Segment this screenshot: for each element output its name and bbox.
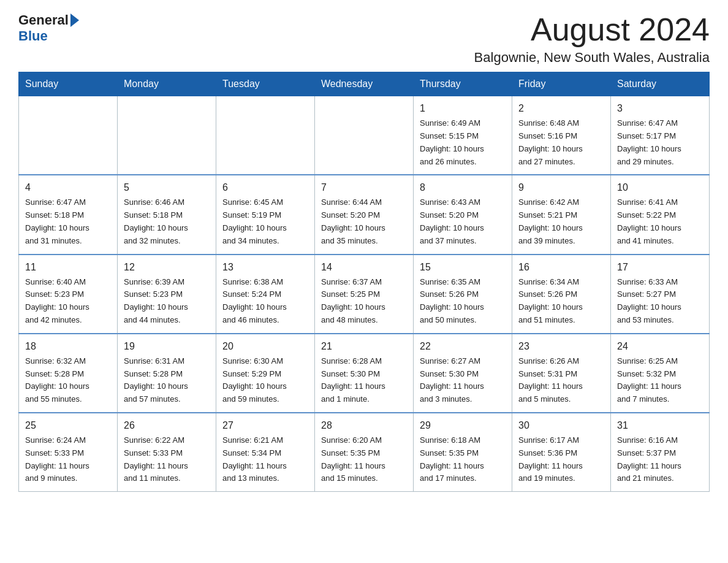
calendar-day-cell: [118, 96, 216, 175]
day-number: 4: [25, 180, 111, 195]
calendar-day-cell: 26Sunrise: 6:22 AMSunset: 5:33 PMDayligh…: [118, 413, 216, 492]
day-info: Sunrise: 6:21 AMSunset: 5:34 PMDaylight:…: [222, 434, 308, 485]
day-number: 30: [518, 418, 604, 433]
calendar-day-cell: 13Sunrise: 6:38 AMSunset: 5:24 PMDayligh…: [216, 255, 315, 334]
calendar-day-cell: 5Sunrise: 6:46 AMSunset: 5:18 PMDaylight…: [118, 175, 216, 254]
day-number: 9: [518, 180, 604, 195]
day-number: 18: [25, 339, 111, 354]
calendar-day-cell: 9Sunrise: 6:42 AMSunset: 5:21 PMDaylight…: [512, 175, 611, 254]
day-info: Sunrise: 6:41 AMSunset: 5:22 PMDaylight:…: [617, 196, 703, 247]
day-info: Sunrise: 6:33 AMSunset: 5:27 PMDaylight:…: [617, 276, 703, 327]
day-info: Sunrise: 6:34 AMSunset: 5:26 PMDaylight:…: [518, 276, 604, 327]
day-number: 1: [420, 101, 506, 116]
calendar-day-cell: 28Sunrise: 6:20 AMSunset: 5:35 PMDayligh…: [315, 413, 414, 492]
day-number: 10: [617, 180, 703, 195]
day-info: Sunrise: 6:49 AMSunset: 5:15 PMDaylight:…: [420, 117, 506, 168]
calendar-day-cell: 29Sunrise: 6:18 AMSunset: 5:35 PMDayligh…: [414, 413, 512, 492]
logo-triangle-icon: [70, 13, 79, 27]
calendar-header-row: SundayMondayTuesdayWednesdayThursdayFrid…: [19, 72, 710, 96]
day-info: Sunrise: 6:37 AMSunset: 5:25 PMDaylight:…: [321, 276, 407, 327]
calendar-day-cell: 15Sunrise: 6:35 AMSunset: 5:26 PMDayligh…: [414, 255, 512, 334]
day-info: Sunrise: 6:35 AMSunset: 5:26 PMDaylight:…: [420, 276, 506, 327]
calendar-day-cell: 11Sunrise: 6:40 AMSunset: 5:23 PMDayligh…: [19, 255, 118, 334]
calendar-day-cell: 2Sunrise: 6:48 AMSunset: 5:16 PMDaylight…: [512, 96, 611, 175]
day-info: Sunrise: 6:47 AMSunset: 5:17 PMDaylight:…: [617, 117, 703, 168]
calendar-day-cell: 25Sunrise: 6:24 AMSunset: 5:33 PMDayligh…: [19, 413, 118, 492]
day-info: Sunrise: 6:24 AMSunset: 5:33 PMDaylight:…: [25, 434, 111, 485]
day-info: Sunrise: 6:43 AMSunset: 5:20 PMDaylight:…: [420, 196, 506, 247]
location-title: Balgownie, New South Wales, Australia: [474, 50, 710, 66]
day-info: Sunrise: 6:42 AMSunset: 5:21 PMDaylight:…: [518, 196, 604, 247]
calendar-day-cell: 23Sunrise: 6:26 AMSunset: 5:31 PMDayligh…: [512, 334, 611, 413]
calendar-week-row: 25Sunrise: 6:24 AMSunset: 5:33 PMDayligh…: [19, 413, 710, 492]
calendar-week-row: 4Sunrise: 6:47 AMSunset: 5:18 PMDaylight…: [19, 175, 710, 254]
title-area: August 2024 Balgownie, New South Wales, …: [474, 12, 710, 66]
month-title: August 2024: [474, 12, 710, 47]
weekday-header-thursday: Thursday: [414, 72, 512, 96]
logo-general-text: General: [18, 12, 69, 28]
calendar-day-cell: [315, 96, 414, 175]
day-info: Sunrise: 6:32 AMSunset: 5:28 PMDaylight:…: [25, 355, 111, 406]
calendar-day-cell: 10Sunrise: 6:41 AMSunset: 5:22 PMDayligh…: [611, 175, 710, 254]
calendar-day-cell: 20Sunrise: 6:30 AMSunset: 5:29 PMDayligh…: [216, 334, 315, 413]
day-number: 2: [518, 101, 604, 116]
day-info: Sunrise: 6:39 AMSunset: 5:23 PMDaylight:…: [124, 276, 210, 327]
day-info: Sunrise: 6:22 AMSunset: 5:33 PMDaylight:…: [124, 434, 210, 485]
day-number: 15: [420, 260, 506, 275]
day-number: 25: [25, 418, 111, 433]
calendar-table: SundayMondayTuesdayWednesdayThursdayFrid…: [18, 72, 710, 492]
day-number: 19: [124, 339, 210, 354]
day-number: 27: [222, 418, 308, 433]
day-info: Sunrise: 6:20 AMSunset: 5:35 PMDaylight:…: [321, 434, 407, 485]
calendar-day-cell: 17Sunrise: 6:33 AMSunset: 5:27 PMDayligh…: [611, 255, 710, 334]
day-number: 26: [124, 418, 210, 433]
day-number: 17: [617, 260, 703, 275]
day-info: Sunrise: 6:44 AMSunset: 5:20 PMDaylight:…: [321, 196, 407, 247]
day-number: 16: [518, 260, 604, 275]
calendar-day-cell: 31Sunrise: 6:16 AMSunset: 5:37 PMDayligh…: [611, 413, 710, 492]
day-info: Sunrise: 6:26 AMSunset: 5:31 PMDaylight:…: [518, 355, 604, 406]
calendar-day-cell: 19Sunrise: 6:31 AMSunset: 5:28 PMDayligh…: [118, 334, 216, 413]
day-info: Sunrise: 6:17 AMSunset: 5:36 PMDaylight:…: [518, 434, 604, 485]
calendar-day-cell: 14Sunrise: 6:37 AMSunset: 5:25 PMDayligh…: [315, 255, 414, 334]
day-info: Sunrise: 6:46 AMSunset: 5:18 PMDaylight:…: [124, 196, 210, 247]
day-info: Sunrise: 6:28 AMSunset: 5:30 PMDaylight:…: [321, 355, 407, 406]
day-number: 13: [222, 260, 308, 275]
page-header: General Blue August 2024 Balgownie, New …: [18, 12, 710, 66]
day-info: Sunrise: 6:47 AMSunset: 5:18 PMDaylight:…: [25, 196, 111, 247]
calendar-day-cell: 22Sunrise: 6:27 AMSunset: 5:30 PMDayligh…: [414, 334, 512, 413]
logo-blue-text: Blue: [18, 28, 48, 44]
weekday-header-wednesday: Wednesday: [315, 72, 414, 96]
day-info: Sunrise: 6:31 AMSunset: 5:28 PMDaylight:…: [124, 355, 210, 406]
weekday-header-tuesday: Tuesday: [216, 72, 315, 96]
day-info: Sunrise: 6:18 AMSunset: 5:35 PMDaylight:…: [420, 434, 506, 485]
day-info: Sunrise: 6:45 AMSunset: 5:19 PMDaylight:…: [222, 196, 308, 247]
day-number: 5: [124, 180, 210, 195]
day-number: 20: [222, 339, 308, 354]
day-info: Sunrise: 6:25 AMSunset: 5:32 PMDaylight:…: [617, 355, 703, 406]
day-info: Sunrise: 6:16 AMSunset: 5:37 PMDaylight:…: [617, 434, 703, 485]
day-number: 14: [321, 260, 407, 275]
day-info: Sunrise: 6:38 AMSunset: 5:24 PMDaylight:…: [222, 276, 308, 327]
calendar-week-row: 11Sunrise: 6:40 AMSunset: 5:23 PMDayligh…: [19, 255, 710, 334]
day-info: Sunrise: 6:48 AMSunset: 5:16 PMDaylight:…: [518, 117, 604, 168]
calendar-week-row: 1Sunrise: 6:49 AMSunset: 5:15 PMDaylight…: [19, 96, 710, 175]
calendar-day-cell: 3Sunrise: 6:47 AMSunset: 5:17 PMDaylight…: [611, 96, 710, 175]
calendar-week-row: 18Sunrise: 6:32 AMSunset: 5:28 PMDayligh…: [19, 334, 710, 413]
calendar-day-cell: 8Sunrise: 6:43 AMSunset: 5:20 PMDaylight…: [414, 175, 512, 254]
day-number: 3: [617, 101, 703, 116]
day-number: 6: [222, 180, 308, 195]
day-number: 31: [617, 418, 703, 433]
day-number: 28: [321, 418, 407, 433]
calendar-day-cell: [216, 96, 315, 175]
calendar-day-cell: 27Sunrise: 6:21 AMSunset: 5:34 PMDayligh…: [216, 413, 315, 492]
day-number: 29: [420, 418, 506, 433]
day-info: Sunrise: 6:27 AMSunset: 5:30 PMDaylight:…: [420, 355, 506, 406]
calendar-day-cell: [19, 96, 118, 175]
day-number: 24: [617, 339, 703, 354]
day-number: 11: [25, 260, 111, 275]
weekday-header-friday: Friday: [512, 72, 611, 96]
calendar-day-cell: 4Sunrise: 6:47 AMSunset: 5:18 PMDaylight…: [19, 175, 118, 254]
calendar-day-cell: 30Sunrise: 6:17 AMSunset: 5:36 PMDayligh…: [512, 413, 611, 492]
day-number: 7: [321, 180, 407, 195]
